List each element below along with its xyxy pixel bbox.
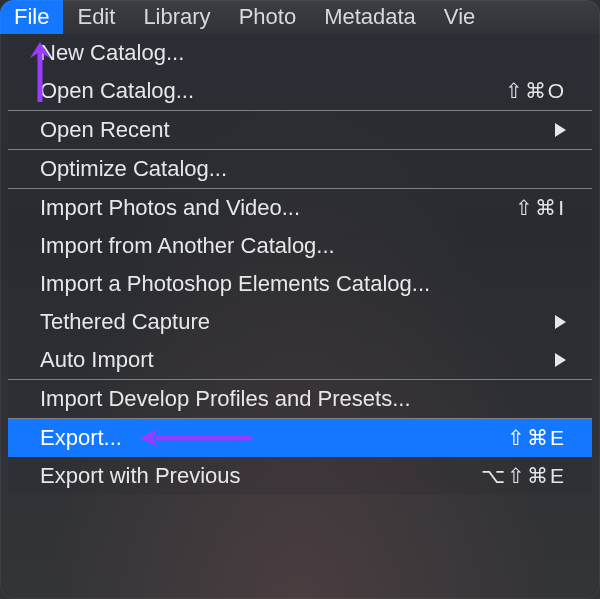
menu-item-shortcut: ⇧⌘E xyxy=(507,426,566,450)
menu-item-label: Tethered Capture xyxy=(40,309,545,335)
menubar-item-photo[interactable]: Photo xyxy=(225,0,311,34)
submenu-arrow-icon xyxy=(555,123,566,137)
menu-item-shortcut: ⌥⇧⌘E xyxy=(481,464,566,488)
menu-item-export-with-previous[interactable]: Export with Previous⌥⇧⌘E xyxy=(8,457,592,495)
menu-item-open-recent[interactable]: Open Recent xyxy=(8,111,592,149)
menu-item-label: Export... xyxy=(40,425,507,451)
menu-item-label: Export with Previous xyxy=(40,463,481,489)
menubar-item-vie[interactable]: Vie xyxy=(430,0,489,34)
menubar-item-label: File xyxy=(14,4,49,30)
menu-item-optimize-catalog[interactable]: Optimize Catalog... xyxy=(8,150,592,188)
menubar-item-label: Edit xyxy=(77,4,115,30)
file-menu-dropdown: New Catalog...Open Catalog...⇧⌘OOpen Rec… xyxy=(8,34,592,495)
menubar-item-label: Photo xyxy=(239,4,297,30)
menubar-item-edit[interactable]: Edit xyxy=(63,0,129,34)
menu-item-label: Import a Photoshop Elements Catalog... xyxy=(40,271,566,297)
menu-item-label: Import Develop Profiles and Presets... xyxy=(40,386,566,412)
submenu-arrow-icon xyxy=(555,315,566,329)
menubar-item-label: Metadata xyxy=(324,4,416,30)
menubar-item-label: Vie xyxy=(444,4,475,30)
menu-item-import-a-photoshop-elements-catalog[interactable]: Import a Photoshop Elements Catalog... xyxy=(8,265,592,303)
menu-item-import-develop-profiles-and-presets[interactable]: Import Develop Profiles and Presets... xyxy=(8,380,592,418)
menu-item-tethered-capture[interactable]: Tethered Capture xyxy=(8,303,592,341)
menubar-item-library[interactable]: Library xyxy=(129,0,224,34)
menu-item-label: Auto Import xyxy=(40,347,545,373)
menu-item-shortcut: ⇧⌘I xyxy=(515,196,566,220)
menubar-item-file[interactable]: File xyxy=(0,0,63,34)
menu-item-label: Import from Another Catalog... xyxy=(40,233,566,259)
menu-item-label: Import Photos and Video... xyxy=(40,195,515,221)
menu-item-label: Optimize Catalog... xyxy=(40,156,566,182)
menu-item-import-photos-and-video[interactable]: Import Photos and Video...⇧⌘I xyxy=(8,189,592,227)
menu-item-export[interactable]: Export...⇧⌘E xyxy=(8,419,592,457)
menu-item-label: Open Catalog... xyxy=(40,78,505,104)
menu-item-import-from-another-catalog[interactable]: Import from Another Catalog... xyxy=(8,227,592,265)
menubar-item-metadata[interactable]: Metadata xyxy=(310,0,430,34)
submenu-arrow-icon xyxy=(555,353,566,367)
menu-item-label: New Catalog... xyxy=(40,40,566,66)
menubar: FileEditLibraryPhotoMetadataVie xyxy=(0,0,600,34)
menu-item-open-catalog[interactable]: Open Catalog...⇧⌘O xyxy=(8,72,592,110)
menu-item-new-catalog[interactable]: New Catalog... xyxy=(8,34,592,72)
menubar-item-label: Library xyxy=(143,4,210,30)
menu-item-auto-import[interactable]: Auto Import xyxy=(8,341,592,379)
menu-item-label: Open Recent xyxy=(40,117,545,143)
menu-item-shortcut: ⇧⌘O xyxy=(505,79,566,103)
